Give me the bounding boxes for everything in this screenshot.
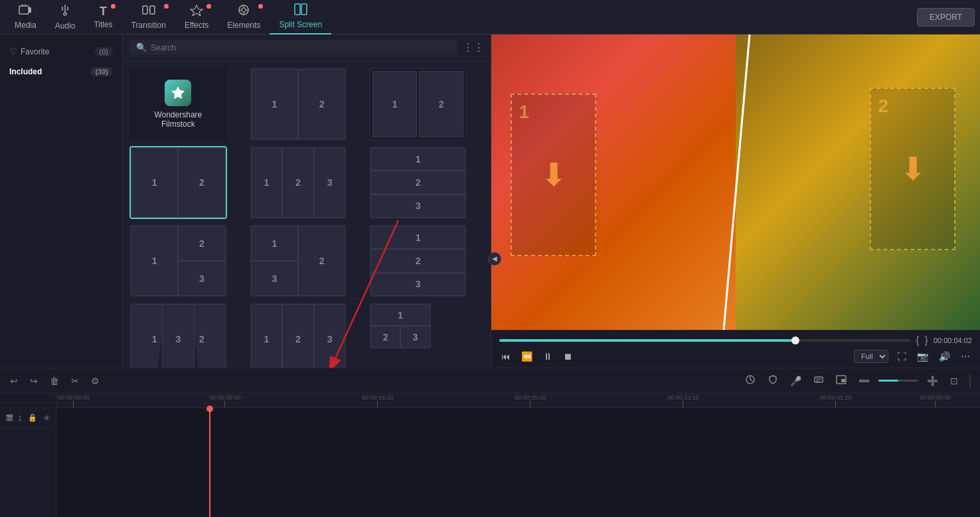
split-3mix2[interactable]: 1 2 3 [250, 224, 347, 297]
split-3v-1: 1 [370, 147, 465, 171]
drop-zone-2[interactable]: 2 ⬇ [870, 88, 955, 250]
track-1-number: 1 [18, 414, 22, 422]
skip-back-button[interactable]: ⏮ [499, 349, 513, 364]
svg-rect-3 [143, 6, 147, 14]
split-row4a-layout: 1 2 3 [370, 226, 465, 296]
motion-button[interactable] [742, 372, 759, 389]
progress-bar-area: { } 00:00:04:02 [499, 334, 972, 346]
split-mix2-tl: 1 [251, 226, 298, 261]
progress-fill [499, 339, 795, 342]
ruler-mark-3: 00:00:25:00 [515, 394, 546, 407]
drop-arrow-2: ⬇ [900, 150, 926, 187]
redo-button[interactable]: ↪ [27, 374, 41, 388]
split-r4c-2: 2 [282, 304, 314, 368]
split-cell-b1: 1 [372, 71, 417, 137]
split-3v-3: 3 [370, 194, 465, 218]
filmstock-icon [165, 80, 191, 106]
sidebar-item-favorite[interactable]: ♡ Favorite (0) [0, 41, 122, 62]
panel-collapse-button[interactable]: ◀ [488, 252, 501, 265]
export-button[interactable]: EXPORT [917, 8, 975, 27]
nav-media[interactable]: Media [5, 0, 46, 35]
step-back-button[interactable]: ⏪ [519, 349, 534, 364]
split-3v-2: 2 [370, 171, 465, 194]
zoom-out-button[interactable]: ➖ [855, 374, 873, 388]
grid-toggle-button[interactable]: ⋮⋮ [463, 41, 484, 54]
svg-rect-17 [815, 377, 823, 382]
progress-handle[interactable] [791, 336, 799, 344]
filmstock-promo[interactable]: Wondershare Filmstock [129, 68, 227, 141]
top-navigation: Media Audio T Titles Transition [0, 0, 980, 35]
video-clip-2: 2 ⬇ [736, 35, 980, 330]
split-3h[interactable]: 1 2 3 [250, 146, 347, 219]
current-time: 00:00:04:02 [934, 336, 972, 344]
split-2v-selected[interactable]: 1 2 [129, 146, 227, 219]
timeline-tracks[interactable]: 00:00:00:00 00:00:08:00 00:00:16:20 00:0… [56, 394, 980, 517]
zoom-slider[interactable] [878, 380, 918, 382]
split-r4c-1: 1 [251, 304, 283, 368]
split-row5a[interactable]: 1 2 3 [369, 303, 431, 349]
nav-effects[interactable]: Effects [175, 0, 218, 35]
subtitle-button[interactable] [810, 372, 827, 389]
elements-dot [258, 4, 263, 9]
nav-elements-label: Elements [227, 21, 260, 30]
settings-button[interactable]: ⋯ [959, 349, 972, 364]
in-point-bracket[interactable]: { [916, 334, 919, 346]
stop-button[interactable]: ⏹ [561, 349, 574, 364]
media-icon [19, 4, 32, 19]
split-row4a[interactable]: 1 2 3 [369, 224, 467, 297]
drop-arrow-1: ⬇ [540, 156, 567, 193]
favorite-count: (0) [95, 47, 113, 56]
delete-button[interactable]: 🗑 [46, 374, 62, 388]
included-label: Included [9, 67, 42, 76]
effects-icon [190, 4, 203, 19]
pause-button[interactable]: ⏸ [541, 349, 554, 364]
split-cell-3h3: 3 [314, 147, 346, 218]
eye-icon[interactable]: 👁 [43, 414, 50, 422]
nav-elements[interactable]: Elements [218, 0, 270, 35]
search-input[interactable] [151, 43, 451, 52]
split-3mix1[interactable]: 1 2 3 [129, 224, 227, 297]
cut-button[interactable]: ✂ [68, 374, 82, 388]
split-2h-2[interactable]: 1 2 [369, 68, 467, 141]
split-layout-2h: 1 2 [251, 69, 346, 139]
split-r4b-3: 3 [162, 304, 195, 368]
split-cell-3h1: 1 [251, 147, 283, 218]
playhead[interactable] [209, 408, 210, 517]
split-cell-3h2: 2 [282, 147, 314, 218]
progress-bar[interactable] [499, 339, 910, 342]
out-point-bracket[interactable]: } [925, 334, 928, 346]
transition-dot [164, 4, 169, 9]
picture-in-picture-button[interactable] [833, 372, 850, 389]
split-2h-1[interactable]: 1 2 [250, 68, 347, 141]
fullscreen-button[interactable]: ⛶ [895, 349, 908, 364]
sidebar-item-included[interactable]: Included (30) [0, 62, 122, 82]
lock-icon[interactable]: 🔒 [28, 413, 37, 422]
drop-zone-1[interactable]: 1 ⬇ [511, 94, 596, 256]
shield-button[interactable] [764, 372, 781, 389]
elements-icon [237, 4, 250, 19]
playhead-head [206, 406, 213, 412]
split-cell-2: 2 [298, 69, 345, 139]
snapshot-button[interactable]: 📷 [915, 349, 930, 364]
nav-audio[interactable]: Audio [46, 0, 85, 35]
drop-zone-2-number: 2 [878, 96, 888, 117]
adjust-button[interactable]: ⚙ [88, 374, 103, 388]
split-3v[interactable]: 1 2 3 [369, 146, 467, 219]
split-row4c[interactable]: 1 2 3 [250, 303, 347, 368]
nav-titles[interactable]: T Titles [84, 0, 122, 35]
quality-selector[interactable]: Full 1/2 1/4 [854, 350, 888, 363]
main-area: ♡ Favorite (0) Included (30) 🔍 [0, 35, 980, 368]
volume-button[interactable]: 🔊 [937, 349, 952, 364]
fit-button[interactable]: ⊡ [947, 374, 961, 388]
nav-transition[interactable]: Transition [122, 0, 175, 35]
split-r4a-1: 1 [370, 226, 465, 249]
split-row4b-layout: 1 2 3 [131, 304, 226, 368]
zoom-in-button[interactable]: ➕ [924, 374, 941, 388]
nav-split-screen[interactable]: Split Screen [270, 0, 331, 35]
svg-rect-1 [29, 7, 31, 13]
search-input-wrap[interactable]: 🔍 [129, 40, 457, 55]
split-row4b[interactable]: 1 2 3 [129, 303, 227, 368]
mic-button[interactable]: 🎤 [787, 374, 805, 388]
heart-icon: ♡ [9, 46, 17, 56]
undo-button[interactable]: ↩ [7, 374, 21, 388]
